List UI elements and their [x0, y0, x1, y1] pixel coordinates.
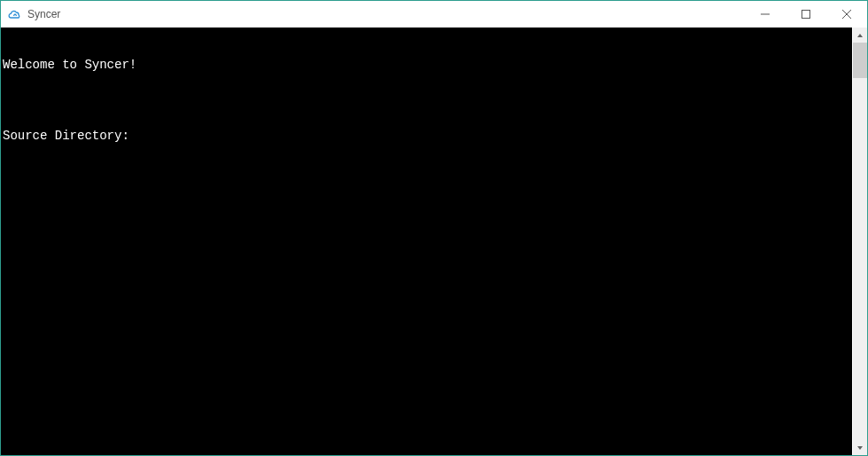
scroll-up-button[interactable] — [853, 28, 867, 43]
scroll-thumb[interactable] — [853, 43, 867, 78]
svg-rect-1 — [802, 11, 810, 19]
console-output[interactable]: Welcome to Syncer! Source Directory: — [1, 28, 852, 455]
titlebar-left: Syncer — [1, 7, 745, 21]
maximize-button[interactable] — [786, 1, 826, 28]
console-line: Source Directory: — [3, 129, 852, 143]
scroll-track[interactable] — [853, 43, 867, 440]
window-controls — [745, 1, 867, 28]
app-window: Syncer Welcome to Syncer! Source Directo… — [0, 0, 868, 456]
svg-marker-5 — [857, 446, 863, 450]
svg-marker-4 — [857, 34, 863, 37]
window-title: Syncer — [27, 8, 60, 20]
vertical-scrollbar[interactable] — [852, 28, 867, 455]
console-line: Welcome to Syncer! — [3, 58, 852, 72]
client-area: Welcome to Syncer! Source Directory: — [1, 28, 867, 455]
titlebar[interactable]: Syncer — [1, 1, 867, 28]
cloud-sync-icon — [8, 7, 22, 21]
minimize-button[interactable] — [745, 1, 786, 28]
close-button[interactable] — [826, 1, 867, 28]
scroll-down-button[interactable] — [853, 440, 867, 455]
